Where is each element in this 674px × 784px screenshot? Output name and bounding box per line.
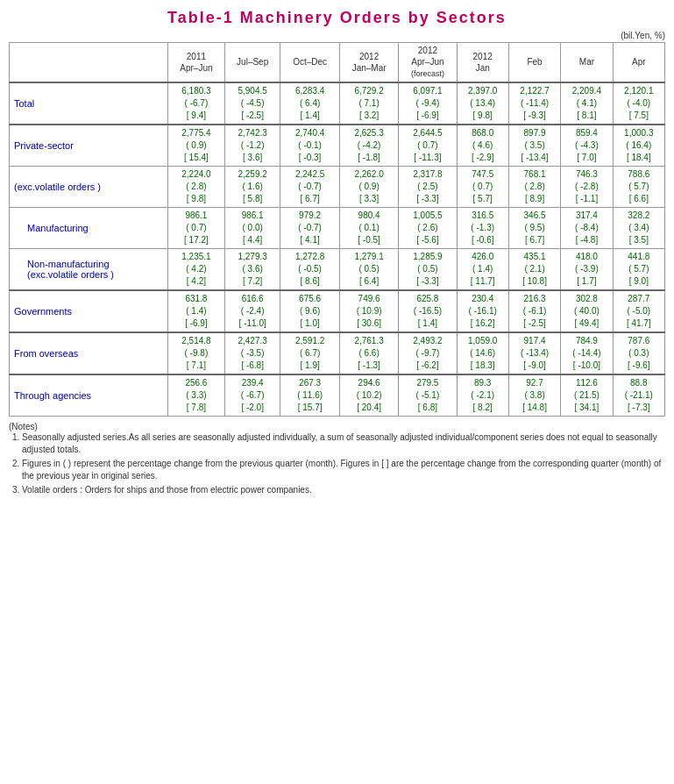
data-cell-r2-c3: 2,262.0( 0.9)[ 3.3] (339, 166, 398, 207)
data-cell-r0-c7: 2,209.4( 4.1)[ 8.1] (561, 82, 613, 125)
page-title: Table-1 Machinery Orders by Sectors (9, 9, 665, 27)
data-cell-r4-c8: 441.8( 5.7)[ 9.0] (613, 248, 664, 290)
data-cell-r2-c8: 788.6( 5.7)[ 6.6] (613, 166, 664, 207)
data-cell-r1-c1: 2,742.3( -1.2)[ 3.6] (224, 125, 280, 167)
row-label-6: From overseas (10, 332, 168, 374)
data-cell-r2-c5: 747.5( 0.7)[ 5.7] (457, 166, 508, 207)
data-cell-r6-c8: 787.6( 0.3)[ -9.6] (613, 332, 664, 374)
row-label-4: Non-manufacturing(exc.volatile orders ) (10, 248, 168, 290)
data-cell-r3-c8: 328.2( 3.4)[ 3.5] (613, 207, 664, 248)
row-label-3: Manufacturing (10, 207, 168, 248)
data-cell-r4-c7: 418.0( -3.9)[ 1.7] (561, 248, 613, 290)
data-cell-r0-c1: 5,904.5( -4.5)[ -2.5] (224, 82, 280, 125)
data-cell-r5-c1: 616.6( -2.4)[ -11.0] (224, 290, 280, 332)
main-table: 2011Apr–Jun Jul–Sep Oct–Dec 2012Jan–Mar … (9, 42, 665, 417)
data-cell-r3-c7: 317.4( -8.4)[ -4.8] (561, 207, 613, 248)
data-cell-r3-c3: 980.4( 0.1)[ -0.5] (339, 207, 398, 248)
col-header-2012jan: 2012Jan–Mar (339, 43, 398, 82)
data-cell-r2-c4: 2,317.8( 2.5)[ -3.3] (399, 166, 457, 207)
data-cell-r6-c3: 2,761.3( 6.6)[ -1.3] (339, 332, 398, 374)
note-item-1: Seasonally adjusted series.As all series… (22, 431, 665, 456)
col-header-feb: Feb (508, 43, 560, 82)
data-cell-r7-c5: 89.3( -2.1)[ 8.2] (457, 374, 508, 417)
data-cell-r1-c0: 2,775.4( 0.9)[ 15.4] (167, 125, 224, 167)
data-cell-r0-c0: 6,180.3( -6.7)[ 9.4] (167, 82, 224, 125)
data-cell-r4-c4: 1,285.9( 0.5)[ -3.3] (399, 248, 457, 290)
data-cell-r7-c4: 279.5( -5.1)[ 6.8] (399, 374, 457, 417)
col-header-2012apr: 2012Apr–Jun(forecast) (399, 43, 457, 82)
data-cell-r2-c7: 746.3( -2.8)[ -1.1] (561, 166, 613, 207)
data-cell-r5-c0: 631.8( 1.4)[ -6.9] (167, 290, 224, 332)
data-cell-r1-c6: 897.9( 3.5)[ -13.4] (508, 125, 560, 167)
data-cell-r3-c6: 346.5( 9.5)[ 6.7] (508, 207, 560, 248)
data-cell-r6-c6: 917.4( -13.4)[ -9.0] (508, 332, 560, 374)
data-cell-r3-c5: 316.5( -1.3)[ -0.6] (457, 207, 508, 248)
data-cell-r2-c2: 2,242.5( -0.7)[ 6.7] (280, 166, 339, 207)
data-cell-r3-c0: 986.1( 0.7)[ 17.2] (167, 207, 224, 248)
row-label-2: (exc.volatile orders ) (10, 166, 168, 207)
notes-title: (Notes) (9, 422, 665, 431)
col-header-2011apr: 2011Apr–Jun (167, 43, 224, 82)
data-cell-r4-c5: 426.0( 1.4)[ 11.7] (457, 248, 508, 290)
data-cell-r1-c5: 868.0( 4.6)[ -2.9] (457, 125, 508, 167)
note-item-3: Volatile orders : Orders for ships and t… (22, 484, 665, 496)
col-header-empty (10, 43, 168, 82)
data-cell-r0-c3: 6,729.2( 7.1)[ 3.2] (339, 82, 398, 125)
data-cell-r5-c8: 287.7( -5.0)[ 41.7] (613, 290, 664, 332)
data-cell-r0-c8: 2,120.1( -4.0)[ 7.5] (613, 82, 664, 125)
data-cell-r3-c2: 979.2( -0.7)[ 4.1] (280, 207, 339, 248)
data-cell-r5-c2: 675.6( 9.6)[ 1.0] (280, 290, 339, 332)
notes-section: (Notes) Seasonally adjusted series.As al… (9, 422, 665, 496)
data-cell-r0-c2: 6,283.4( 6.4)[ 1.4] (280, 82, 339, 125)
data-cell-r1-c7: 859.4( -4.3)[ 7.0] (561, 125, 613, 167)
data-cell-r2-c0: 2,224.0( 2.8)[ 9.8] (167, 166, 224, 207)
data-cell-r1-c4: 2,644.5( 0.7)[ -11.3] (399, 125, 457, 167)
data-cell-r2-c1: 2,259.2( 1.6)[ 5.8] (224, 166, 280, 207)
data-cell-r7-c3: 294.6( 10.2)[ 20.4] (339, 374, 398, 417)
col-header-mar: Mar (561, 43, 613, 82)
data-cell-r7-c7: 112.6( 21.5)[ 34.1] (561, 374, 613, 417)
data-cell-r0-c4: 6,097.1( -9.4)[ -6.9] (399, 82, 457, 125)
data-cell-r6-c7: 784.9( -14.4)[ -10.0] (561, 332, 613, 374)
data-cell-r7-c0: 256.6( 3.3)[ 7.8] (167, 374, 224, 417)
data-cell-r3-c4: 1,005.5( 2.6)[ -5.6] (399, 207, 457, 248)
data-cell-r6-c5: 1,059.0( 14.6)[ 18.3] (457, 332, 508, 374)
data-cell-r5-c4: 625.8( -16.5)[ 1.4] (399, 290, 457, 332)
data-cell-r6-c2: 2,591.2( 6.7)[ 1.9] (280, 332, 339, 374)
data-cell-r7-c6: 92.7( 3.8)[ 14.8] (508, 374, 560, 417)
data-cell-r4-c0: 1,235.1( 4.2)[ 4.2] (167, 248, 224, 290)
data-cell-r0-c6: 2,122.7( -11.4)[ -9.3] (508, 82, 560, 125)
notes-list: Seasonally adjusted series.As all series… (22, 431, 665, 496)
data-cell-r2-c6: 768.1( 2.8)[ 8.9] (508, 166, 560, 207)
data-cell-r5-c5: 230.4( -16.1)[ 16.2] (457, 290, 508, 332)
col-header-octdec: Oct–Dec (280, 43, 339, 82)
note-item-2: Figures in ( ) represent the percentage … (22, 458, 665, 482)
row-label-1: Private-sector (10, 125, 168, 167)
row-label-5: Governments (10, 290, 168, 332)
data-cell-r7-c1: 239.4( -6.7)[ -2.0] (224, 374, 280, 417)
data-cell-r6-c4: 2,493.2( -9.7)[ -6.2] (399, 332, 457, 374)
data-cell-r5-c3: 749.6( 10.9)[ 30.6] (339, 290, 398, 332)
data-cell-r4-c2: 1,272.8( -0.5)[ 8.6] (280, 248, 339, 290)
data-cell-r1-c8: 1,000.3( 16.4)[ 18.4] (613, 125, 664, 167)
data-cell-r5-c7: 302.8( 40.0)[ 49.4] (561, 290, 613, 332)
data-cell-r4-c3: 1,279.1( 0.5)[ 6.4] (339, 248, 398, 290)
data-cell-r3-c1: 986.1( 0.0)[ 4.4] (224, 207, 280, 248)
data-cell-r4-c6: 435.1( 2.1)[ 10.8] (508, 248, 560, 290)
col-header-jan: 2012Jan (457, 43, 508, 82)
data-cell-r5-c6: 216.3( -6.1)[ -2.5] (508, 290, 560, 332)
data-cell-r1-c2: 2,740.4( -0.1)[ -0.3] (280, 125, 339, 167)
data-cell-r6-c1: 2,427.3( -3.5)[ -6.8] (224, 332, 280, 374)
col-header-julsep: Jul–Sep (224, 43, 280, 82)
row-label-7: Through agencies (10, 374, 168, 417)
data-cell-r0-c5: 2,397.0( 13.4)[ 9.8] (457, 82, 508, 125)
row-label-0: Total (10, 82, 168, 125)
data-cell-r7-c2: 267.3( 11.6)[ 15.7] (280, 374, 339, 417)
data-cell-r7-c8: 88.8( -21.1)[ -7.3] (613, 374, 664, 417)
unit-label: (bil.Yen, %) (9, 31, 665, 40)
col-header-apr: Apr (613, 43, 664, 82)
data-cell-r1-c3: 2,625.3( -4.2)[ -1.8] (339, 125, 398, 167)
data-cell-r4-c1: 1,279.3( 3.6)[ 7.2] (224, 248, 280, 290)
data-cell-r6-c0: 2,514.8( -9.8)[ 7.1] (167, 332, 224, 374)
